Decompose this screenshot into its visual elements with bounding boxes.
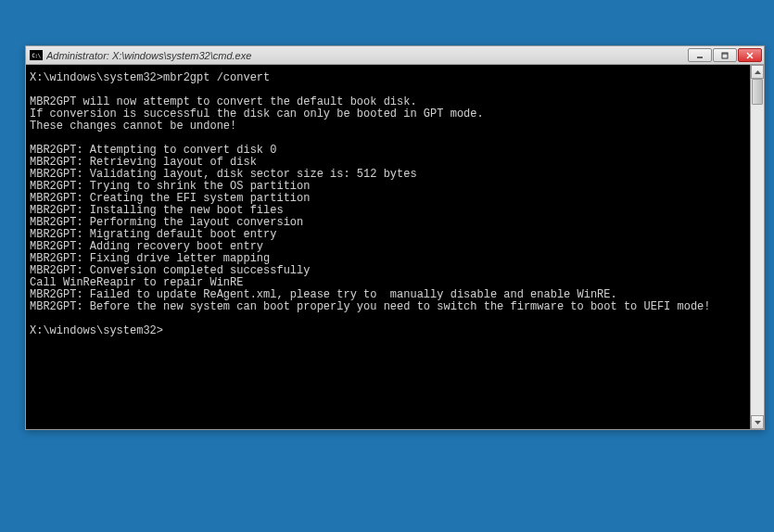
scroll-track[interactable] — [751, 79, 764, 415]
scroll-down-button[interactable] — [751, 415, 764, 429]
svg-marker-5 — [755, 70, 761, 74]
chevron-up-icon — [755, 70, 761, 74]
scroll-thumb[interactable] — [752, 79, 763, 105]
window-title: Administrator: X:\windows\system32\cmd.e… — [46, 50, 688, 61]
cmd-window: C:\ Administrator: X:\windows\system32\c… — [25, 45, 765, 430]
chevron-down-icon — [755, 421, 761, 424]
cmd-icon: C:\ — [30, 50, 43, 60]
terminal-line: X:\windows\system32>mbr2gpt /convert — [30, 72, 746, 84]
close-button[interactable] — [738, 48, 762, 62]
minimize-icon — [696, 52, 704, 59]
maximize-button[interactable] — [713, 48, 737, 62]
terminal-output[interactable]: X:\windows\system32>mbr2gpt /convert MBR… — [26, 65, 750, 429]
window-controls — [688, 48, 762, 62]
titlebar[interactable]: C:\ Administrator: X:\windows\system32\c… — [26, 46, 764, 65]
minimize-button[interactable] — [688, 48, 712, 62]
terminal-line: X:\windows\system32> — [30, 325, 746, 337]
scroll-up-button[interactable] — [751, 65, 764, 79]
terminal-line: MBR2GPT: Before the new system can boot … — [30, 301, 746, 313]
vertical-scrollbar[interactable] — [750, 65, 764, 429]
terminal-line: These changes cannot be undone! — [30, 120, 746, 133]
maximize-icon — [721, 52, 729, 59]
svg-marker-6 — [755, 421, 761, 424]
terminal-area: X:\windows\system32>mbr2gpt /convert MBR… — [26, 65, 764, 429]
close-icon — [746, 52, 754, 59]
